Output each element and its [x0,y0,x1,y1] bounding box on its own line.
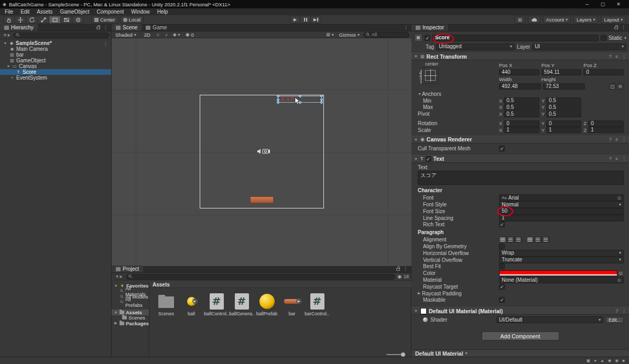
foldout-open-icon[interactable]: ▼ [414,138,418,141]
camera-gizmo-icon[interactable] [257,147,270,156]
lock-icon[interactable] [396,268,400,271]
material-section-header[interactable]: ▼ Default UI Material (Material) ? ⋮ [411,307,629,315]
material-field[interactable]: None (Material) ⊙ [499,277,624,283]
selection-handle[interactable] [320,98,323,101]
scene-viewport[interactable]: スコア [112,38,411,266]
rotation-x-field[interactable]: 0 [504,120,539,127]
layer-dropdown[interactable]: UI▾ [532,43,626,50]
width-field[interactable]: 492.48 [499,83,541,90]
custom-tool-icon[interactable] [72,16,84,24]
panel-menu-icon[interactable]: ⋮ [403,266,408,271]
2d-toggle-button[interactable]: 2D [143,32,152,38]
progress-status-icon[interactable]: ◉ [615,358,619,363]
hierarchy-scene-row[interactable]: ▼ ◆ SampleScene* ⋮ [0,40,111,46]
hand-tool-icon[interactable] [3,16,15,24]
align-middle-button[interactable] [534,237,541,242]
static-checkbox[interactable] [601,35,606,41]
panel-menu-icon[interactable]: ⋮ [621,25,626,30]
object-picker-icon[interactable]: ⊙ [617,277,621,283]
tab-scene[interactable]: Scene [112,24,142,31]
thumbnail-zoom-slider[interactable] [386,354,404,355]
selection-handle[interactable] [277,98,279,101]
rotation-y-field[interactable]: 0 [546,120,581,127]
pivot-x-field[interactable]: 0.5 [504,111,539,117]
asset-ballprefab[interactable]: ballPrefab [254,291,279,316]
cloud-status-icon[interactable]: ◆ [608,358,611,363]
align-by-geometry-checkbox[interactable] [499,244,505,249]
component-menu-icon[interactable]: ⋮ [622,54,626,59]
transform-tool-icon[interactable] [61,16,72,24]
menu-component[interactable]: Component [93,9,128,15]
anchor-preset-button[interactable] [422,67,439,84]
cull-transparent-mesh-checkbox[interactable]: ✓ [499,146,505,151]
hierarchy-search-input[interactable] [13,32,110,38]
expand-subassets-icon[interactable]: ▶ [296,299,301,304]
asset-barcontrol-script[interactable]: # barControl... [305,291,330,316]
rotate-tool-icon[interactable] [26,16,38,24]
panel-menu-icon[interactable]: ⋮ [103,25,108,30]
tab-game[interactable]: Game [142,24,171,31]
favorites-all-materials[interactable]: All Materials [112,289,149,294]
lighting-toggle-icon[interactable]: ☼ [154,32,161,38]
project-search-input[interactable] [126,274,395,280]
asset-ballcontrol-script[interactable]: # ballControl... [204,291,229,316]
lock-icon[interactable] [614,27,618,29]
pos-y-field[interactable]: 594.11 [541,69,582,75]
foldout-closed-icon[interactable]: ▶ [114,321,118,325]
component-menu-icon[interactable]: ⋮ [622,156,626,161]
packages-folder-row[interactable]: ▶ Packages [112,321,149,326]
anchor-min-x-field[interactable]: 0.5 [504,97,539,104]
panel-menu-icon[interactable]: ⋮ [404,25,408,30]
menu-edit[interactable]: Edit [17,9,33,15]
hierarchy-item-bar[interactable]: ▧ bar [0,52,111,58]
rich-text-checkbox[interactable]: ✓ [499,222,505,227]
minimize-button[interactable]: ─ [579,0,595,8]
foldout-open-icon[interactable]: ▼ [3,41,7,45]
rotation-toggle-button[interactable]: Local [120,16,144,24]
expand-subassets-icon[interactable]: ▶ [192,299,198,304]
gizmos-dropdown[interactable]: Gizmos▾ [338,32,361,38]
hierarchy-item-gameobject[interactable]: ▧ GameObject [0,58,111,63]
play-button[interactable]: ▶ [290,16,300,24]
scale-z-field[interactable]: 1 [588,127,624,133]
close-button[interactable]: ✕ [611,0,626,8]
scenes-folder-row[interactable]: Scenes [112,315,149,321]
asset-bar[interactable]: ▶ bar [279,291,305,316]
hierarchy-item-eventsystem[interactable]: + EventSystem [0,75,111,81]
active-checkbox[interactable]: ✓ [425,35,430,41]
pos-x-field[interactable]: 440 [499,69,539,75]
name-field[interactable]: Score [432,35,599,41]
favorites-all-prefabs[interactable]: All Prefabs [112,300,149,305]
edit-shader-button[interactable]: Edit... [605,317,624,323]
font-style-dropdown[interactable]: Normal▾ [499,201,624,208]
shader-dropdown[interactable]: UI/Default▾ [496,316,603,323]
scene-menu-icon[interactable]: ⋮ [103,41,111,46]
anchor-min-y-field[interactable]: 0.5 [546,97,581,104]
tab-inspector[interactable]: Inspector [411,25,448,31]
best-fit-checkbox[interactable] [499,263,505,269]
selection-handle[interactable] [277,101,279,104]
grid-visibility-dropdown[interactable]: ⊞ ▾ [324,32,335,38]
align-right-button[interactable] [515,237,522,242]
scale-x-field[interactable]: 1 [504,127,539,133]
component-menu-icon[interactable]: ⋮ [622,308,626,314]
scale-y-field[interactable]: 1 [546,127,581,133]
maskable-checkbox[interactable]: ✓ [499,297,505,303]
foldout-open-icon[interactable]: ▼ [114,284,118,288]
foldout-open-icon[interactable]: ▼ [414,54,418,58]
color-field[interactable] [499,270,617,276]
asset-scenes[interactable]: Scenes [154,291,179,316]
cloud-services-button[interactable] [528,16,540,24]
line-spacing-field[interactable]: 1 [499,215,624,222]
effects-dropdown[interactable]: ◈ ▾ [171,32,182,38]
create-asset-button[interactable]: +▾ [114,274,124,280]
font-size-field[interactable]: 50 [499,208,624,215]
lock-icon[interactable] [96,27,100,29]
account-dropdown[interactable]: Account▾ [543,16,571,24]
scene-search-input[interactable]: All [363,32,409,38]
layout-dropdown[interactable]: Layout▾ [601,16,626,24]
collab-status-icon[interactable]: ▲ [600,358,604,363]
raw-edit-mode-button[interactable]: R [617,83,624,90]
menu-window[interactable]: Window [127,9,154,15]
selection-handle[interactable] [277,95,279,97]
